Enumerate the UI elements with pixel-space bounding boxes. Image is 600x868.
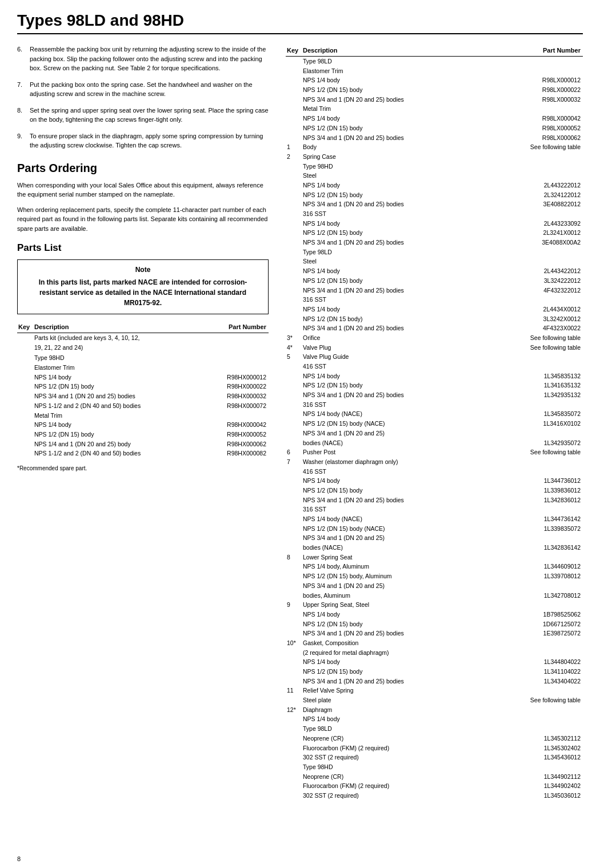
table-row: NPS 1/4 and 1 (DN 20 and 25) bodyR98HX00… [17, 439, 269, 449]
table-row: 316 SST [286, 295, 583, 305]
part-num-cell: 1B798525062 [487, 610, 583, 619]
desc-cell: NPS 3/4 and 1 (DN 20 and 25) bodies [302, 95, 487, 105]
part-num-cell: 1L339835072 [487, 524, 583, 534]
part-num-cell: 2L4434X0012 [487, 305, 583, 314]
table-row: NPS 1/2 (DN 15) body (NACE)1L339835072 [286, 524, 583, 534]
key-cell [286, 467, 302, 477]
table-row: NPS 1/2 (DN 15) body2L3241X0012 [286, 228, 583, 238]
table-row: NPS 1/4 body2L443422012 [286, 266, 583, 276]
key-cell [286, 762, 302, 772]
step-list: 6. Reassemble the packing box unit by re… [17, 45, 269, 150]
table-row: NPS 1/2 (DN 15) body1L341104022 [286, 667, 583, 677]
desc-cell: NPS 3/4 and 1 (DN 20 and 25) bodies [302, 495, 487, 505]
desc-cell: 19, 21, 22 and 24) [33, 343, 202, 353]
table-row: NPS 1/4 body2L443233092 [286, 219, 583, 229]
part-num-cell: 2L3241X0012 [487, 228, 583, 238]
part-num-cell [487, 104, 583, 114]
key-cell [286, 791, 302, 801]
key-cell [286, 390, 302, 400]
desc-cell: NPS 3/4 and 1 (DN 20 and 25) [302, 429, 487, 438]
left-table-header-part: Part Number [202, 322, 269, 333]
part-num-cell [487, 257, 583, 266]
desc-cell: NPS 1/2 (DN 15) body [33, 382, 202, 391]
desc-cell: NPS 1/2 (DN 15) body, Aluminum [302, 571, 487, 581]
key-cell [286, 247, 302, 257]
part-num-cell: 1L342836012 [487, 495, 583, 505]
part-num-cell: R98LX000032 [487, 95, 583, 105]
table-row: Metal Trim [286, 104, 583, 114]
step-9-text: To ensure proper slack in the diaphragm,… [30, 131, 269, 150]
part-num-cell: 3L3242X0012 [487, 314, 583, 324]
desc-cell: Metal Trim [302, 104, 487, 114]
desc-cell: NPS 1/4 body [302, 714, 487, 724]
note-box: Note In this parts list, parts marked NA… [17, 259, 269, 314]
desc-cell: NPS 3/4 and 1 (DN 20 and 25) [302, 533, 487, 543]
page-title: Types 98LD and 98HD [17, 11, 583, 34]
key-cell [286, 75, 302, 85]
desc-cell: Parts kit (included are keys 3, 4, 10, 1… [33, 333, 202, 343]
desc-cell: Elastomer Trim [33, 363, 202, 373]
table-row: 1BodySee following table [286, 142, 583, 152]
desc-cell: NPS 3/4 and 1 (DN 20 and 25) bodies [302, 133, 487, 143]
part-num-cell: 1L344736012 [487, 476, 583, 486]
key-cell: 10* [286, 638, 302, 648]
table-row: Steel [286, 171, 583, 181]
part-num-cell: R98HX000052 [202, 430, 269, 439]
part-num-cell [487, 648, 583, 658]
part-num-cell [487, 209, 583, 219]
desc-cell: NPS 1/2 (DN 15) body [302, 123, 487, 133]
two-column-layout: 6. Reassemble the packing box unit by re… [17, 45, 583, 801]
table-row: NPS 1/4 body (NACE)1L345835072 [286, 409, 583, 419]
desc-cell: NPS 1/4 body [302, 75, 487, 85]
desc-cell: NPS 1/4 body [302, 219, 487, 229]
table-row: Fluorocarbon (FKM) (2 required)1L3453024… [286, 743, 583, 753]
part-num-cell: 1L344902112 [487, 772, 583, 782]
table-row: NPS 3/4 and 1 (DN 20 and 25) bodiesR98LX… [286, 95, 583, 105]
key-cell [286, 667, 302, 677]
key-cell [286, 181, 302, 190]
right-parts-table: Key Description Part Number Type 98LDEla… [286, 46, 583, 801]
desc-cell: NPS 3/4 and 1 (DN 20 and 25) bodies [302, 199, 487, 209]
part-num-cell: 1L3416X0102 [487, 419, 583, 429]
desc-cell: NPS 3/4 and 1 (DN 20 and 25) bodies [302, 238, 487, 247]
key-cell [286, 543, 302, 553]
desc-cell: NPS 1/2 (DN 15) body [302, 276, 487, 286]
desc-cell: Relief Valve Spring [302, 686, 487, 695]
desc-cell: NPS 1-1/2 and 2 (DN 40 and 50) bodies [33, 449, 202, 458]
part-num-cell: 3E408822012 [487, 199, 583, 209]
part-num-cell: 1D667125072 [487, 619, 583, 629]
step-6-text: Reassemble the packing box unit by retur… [30, 45, 269, 73]
table-row: bodies, Aluminum1L342708012 [286, 591, 583, 601]
key-cell: 5 [286, 352, 302, 362]
desc-cell: Type 98HD [302, 762, 487, 772]
desc-cell: bodies, Aluminum [302, 591, 487, 601]
desc-cell: NPS 1/4 body [302, 371, 487, 381]
key-cell [286, 657, 302, 667]
table-row: 4*Valve PlugSee following table [286, 343, 583, 353]
desc-cell: NPS 1/4 body, Aluminum [302, 562, 487, 571]
part-num-cell [487, 553, 583, 562]
key-cell: 7 [286, 457, 302, 467]
table-row: NPS 1/2 (DN 15) bodyR98LX000022 [286, 85, 583, 95]
table-row: NPS 1/2 (DN 15) body, Aluminum1L33970801… [286, 571, 583, 581]
key-cell: 3* [286, 333, 302, 343]
table-row: NPS 1/4 body1L344736012 [286, 476, 583, 486]
key-cell [17, 411, 33, 421]
table-row: Elastomer Trim [17, 363, 269, 373]
desc-cell: Pusher Post [302, 447, 487, 457]
desc-cell: NPS 1/2 (DN 15) body [302, 85, 487, 95]
parts-ordering-title: Parts Ordering [17, 162, 269, 175]
parts-ordering-text2: When ordering replacement parts, specify… [17, 205, 269, 234]
desc-cell: NPS 1/4 and 1 (DN 20 and 25) body [33, 439, 202, 449]
desc-cell: Steel [302, 257, 487, 266]
part-num-cell: 1L344609012 [487, 562, 583, 571]
key-cell [17, 401, 33, 411]
key-cell [286, 724, 302, 734]
table-row: 302 SST (2 required)1L345436012 [286, 753, 583, 762]
table-row: NPS 3/4 and 1 (DN 20 and 25) [286, 581, 583, 591]
desc-cell: NPS 3/4 and 1 (DN 20 and 25) bodies [302, 390, 487, 400]
desc-cell: NPS 1/4 body [302, 476, 487, 486]
key-cell [286, 562, 302, 571]
key-cell [286, 314, 302, 324]
key-cell [286, 123, 302, 133]
